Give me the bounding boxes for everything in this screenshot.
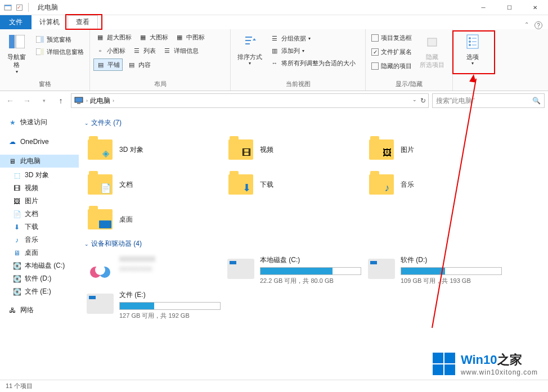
folder-pictures[interactable]: 🖼图片: [366, 132, 506, 167]
sidebar-item-music[interactable]: ♪音乐: [0, 233, 79, 246]
hidden-items-toggle[interactable]: 隐藏的项目: [369, 61, 414, 71]
chevron-down-icon: ⌄: [84, 241, 89, 247]
usage-bar: [119, 302, 221, 310]
folder-3d-objects[interactable]: ◈3D 对象: [84, 132, 225, 167]
help-icon[interactable]: ?: [534, 21, 542, 29]
layout-details[interactable]: ☰详细信息: [160, 45, 201, 56]
nav-pane-button[interactable]: 导航窗格▾: [3, 31, 30, 76]
ribbon-collapse[interactable]: ⌃?: [519, 21, 548, 29]
navigation-pane: ★快速访问 ☁OneDrive 🖥此电脑 ⬚3D 对象 🎞视频 🖼图片 📄文档 …: [0, 110, 79, 380]
svg-point-10: [469, 37, 471, 39]
drive-icon: [87, 294, 114, 314]
file-extensions-toggle[interactable]: ✓文件扩展名: [369, 47, 414, 57]
svg-rect-1: [5, 5, 11, 6]
item-checkboxes-toggle[interactable]: 项目复选框: [369, 33, 414, 43]
folder-music[interactable]: ♪音乐: [366, 167, 506, 202]
minimize-button[interactable]: ─: [470, 0, 496, 15]
drive-item-d[interactable]: 软件 (D:) 109 GB 可用，共 193 GB: [366, 253, 506, 288]
layout-small[interactable]: ▫小图标: [93, 45, 128, 56]
tab-computer[interactable]: 计算机: [32, 15, 68, 29]
address-dropdown-icon[interactable]: ⌄: [412, 97, 417, 105]
sidebar-item-pictures[interactable]: 🖼图片: [0, 195, 79, 208]
sidebar-item-desktop[interactable]: 🖥桌面: [0, 246, 79, 259]
title-bar: ✓ 此电脑 ─ ☐ ✕: [0, 0, 548, 15]
address-bar[interactable]: › 此电脑 › ⌄ ↻: [71, 93, 429, 108]
drive-icon: 💽: [12, 287, 21, 296]
close-button[interactable]: ✕: [522, 0, 548, 15]
options-button[interactable]: 选项▾: [460, 31, 485, 68]
svg-rect-14: [77, 103, 80, 104]
chevron-icon[interactable]: ›: [113, 98, 114, 103]
sidebar-item-documents[interactable]: 📄文档: [0, 208, 79, 220]
chevron-icon[interactable]: ›: [86, 98, 88, 103]
preview-pane-button[interactable]: 预览窗格: [33, 34, 86, 45]
tab-file[interactable]: 文件: [0, 15, 32, 29]
music-icon: ♪: [12, 236, 21, 245]
layout-list[interactable]: ☰列表: [130, 45, 158, 56]
star-icon: ★: [8, 118, 17, 127]
extra-large-icon: ▦: [96, 33, 105, 42]
qat-checkbox-icon[interactable]: ✓: [15, 3, 24, 12]
refresh-icon[interactable]: ↻: [420, 97, 426, 105]
ribbon-group-panes: 导航窗格▾ 预览窗格 详细信息窗格 窗格: [0, 29, 90, 91]
group-header-drives[interactable]: ⌄设备和驱动器 (4): [84, 239, 542, 249]
svg-rect-2: [9, 35, 15, 48]
folder-videos[interactable]: 🎞视频: [225, 132, 366, 167]
sidebar-item-videos[interactable]: 🎞视频: [0, 182, 79, 195]
folder-desktop[interactable]: 桌面: [84, 202, 225, 237]
address-location[interactable]: 此电脑: [90, 96, 110, 106]
svg-rect-13: [75, 97, 83, 102]
sidebar-item-drive-c[interactable]: 💽本地磁盘 (C:): [0, 259, 79, 272]
sidebar-this-pc[interactable]: 🖥此电脑: [0, 155, 79, 168]
address-row: ← → ▾ ↑ › 此电脑 › ⌄ ↻ 搜索"此电脑" 🔍: [0, 91, 548, 110]
tab-view[interactable]: 查看: [68, 15, 98, 29]
watermark-brand-a: Win10: [461, 353, 497, 367]
sidebar-onedrive[interactable]: ☁OneDrive: [0, 136, 79, 148]
search-input[interactable]: 搜索"此电脑" 🔍: [432, 93, 545, 108]
svg-rect-3: [16, 35, 25, 48]
preview-pane-icon: [35, 35, 44, 44]
sidebar-item-drive-e[interactable]: 💽文件 (E:): [0, 285, 79, 298]
layout-large[interactable]: ▦大图标: [136, 31, 170, 43]
group-by-button[interactable]: ☰分组依据▾: [268, 33, 358, 44]
checkbox-icon: [371, 62, 379, 70]
folder-downloads[interactable]: ⬇下载: [225, 167, 366, 202]
ribbon-tabs: 文件 计算机 查看 ⌃?: [0, 15, 548, 29]
nav-up-button[interactable]: ↑: [54, 94, 68, 107]
search-placeholder: 搜索"此电脑": [436, 96, 475, 106]
sidebar-quick-access[interactable]: ★快速访问: [0, 116, 79, 129]
sidebar-item-3d[interactable]: ⬚3D 对象: [0, 169, 79, 182]
drive-icon: [227, 259, 254, 279]
details-pane-button[interactable]: 详细信息窗格: [33, 46, 86, 57]
folder-documents[interactable]: 📄文档: [84, 167, 225, 202]
layout-tiles[interactable]: ▤平铺: [93, 58, 123, 71]
content-pane: ⌄文件夹 (7) ◈3D 对象 🎞视频 🖼图片 📄文档 ⬇下载 ♪音乐 桌面 ⌄…: [79, 110, 548, 380]
layout-medium[interactable]: ▦中图标: [173, 31, 207, 43]
sidebar-item-downloads[interactable]: ⬇下载: [0, 220, 79, 233]
sort-button[interactable]: 排序方式▾: [234, 31, 266, 68]
group-header-folders[interactable]: ⌄文件夹 (7): [84, 118, 542, 128]
desktop-icon: 🖥: [12, 249, 21, 258]
checkbox-checked-icon: ✓: [371, 48, 379, 56]
app-icon[interactable]: [3, 3, 12, 12]
ribbon: 导航窗格▾ 预览窗格 详细信息窗格 窗格 ▦超大图标 ▦大图标 ▦中图标 ▫小图…: [0, 29, 548, 91]
quick-access-toolbar: ✓: [0, 3, 34, 12]
ribbon-group-layout: ▦超大图标 ▦大图标 ▦中图标 ▫小图标 ☰列表 ☰详细信息 ▤平铺 ▤内容 布…: [90, 29, 231, 91]
layout-content[interactable]: ▤内容: [125, 58, 153, 71]
medium-icon: ▦: [175, 33, 184, 42]
drive-icon: 💽: [12, 274, 21, 283]
layout-extra-large[interactable]: ▦超大图标: [93, 31, 134, 43]
maximize-button[interactable]: ☐: [496, 0, 522, 15]
drive-item-e[interactable]: 文件 (E:) 127 GB 可用，共 192 GB: [84, 288, 225, 322]
checkbox-icon: [371, 34, 379, 42]
ribbon-group-current-view: 排序方式▾ ☰分组依据▾ ▥添加列▾ ↔将所有列调整为合适的大小 当前视图: [231, 29, 366, 91]
sidebar-item-drive-d[interactable]: 💽软件 (D:): [0, 272, 79, 285]
svg-point-12: [469, 44, 471, 46]
search-icon[interactable]: 🔍: [532, 97, 541, 105]
nav-recent-button[interactable]: ▾: [37, 94, 51, 107]
sidebar-network[interactable]: 🖧网络: [0, 304, 79, 317]
cube-icon: ⬚: [12, 171, 21, 180]
drive-item-0[interactable]: XXXXXXXX XXXXXXXX: [84, 253, 225, 288]
nav-back-button[interactable]: ←: [3, 94, 17, 107]
drive-item-c[interactable]: 本地磁盘 (C:) 22.2 GB 可用，共 80.0 GB: [225, 253, 366, 288]
